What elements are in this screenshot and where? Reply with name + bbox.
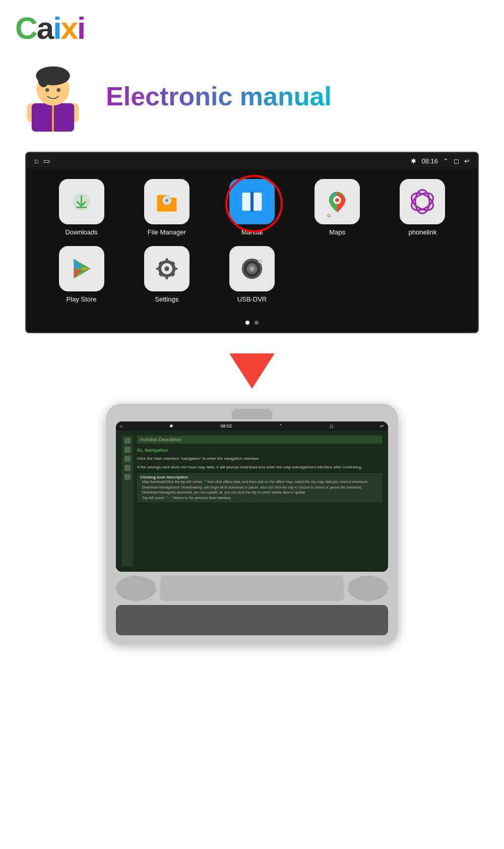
downloads-icon [59,179,104,224]
car-unit-bottom [111,576,393,639]
file-manager-label: File Manager [148,228,186,236]
page-dot-2 [255,321,259,325]
svg-point-50 [250,267,254,270]
file-manager-icon [144,179,190,224]
car-bullet-4: Top left corner, "←" Return to the previ… [140,496,379,501]
car-home-icon: ⌂ [120,423,122,429]
settings-icon [144,246,190,291]
app-usb-dvr[interactable]: USB-DVR [229,246,275,303]
logo-letter-a: a [37,11,53,45]
manual-label: Manual [241,228,263,236]
svg-point-9 [45,88,49,92]
svg-rect-13 [76,206,87,208]
logo-letter-x: x [61,11,77,45]
sidebar-item-1 [124,438,131,444]
play-store-icon [59,246,104,291]
brand-logo: Caixi [15,10,85,46]
car-status-bar: ⌂ ✱ 08:02 ⌃ ◻ ↩ [116,421,388,431]
car-back-icon: ↩ [380,423,384,429]
svg-point-36 [164,266,169,271]
svg-point-8 [43,68,62,80]
car-bullet-section: Clicking icon description Map download:C… [137,473,382,503]
clock-display: 08:16 [421,157,438,165]
svg-rect-23 [250,192,254,212]
app-maps[interactable]: G Maps [314,179,360,236]
logo-letter-i2: i [77,11,85,45]
car-bullet-3: Download Managerto download, you can upd… [140,490,379,496]
manual-header: Electronic manual [0,51,504,147]
car-screen-content: Function Description 01, Navigation Clic… [116,431,388,572]
back-icon: ↩ [464,157,470,165]
car-bottom-opening [116,605,388,635]
svg-point-26 [335,198,339,202]
svg-point-51 [258,259,262,263]
car-screen-title: Function Description [140,437,181,442]
app-settings[interactable]: Settings [144,246,190,303]
expand-icon: ⌃ [443,157,449,165]
car-nav-icon: ◻ [330,423,333,429]
car-bullet-2: Download Management: Downloading, can be… [140,485,379,491]
app-play-store[interactable]: Play Store [59,246,104,303]
car-vent-left [116,576,156,601]
app-file-manager[interactable]: File Manager [144,179,190,236]
usb-dvr-icon [229,246,275,291]
svg-rect-28 [407,186,438,217]
electronic-manual-heading: Electronic manual [106,82,332,111]
app-phonelink[interactable]: phonelink [400,179,445,236]
app-manual[interactable]: Manual [229,179,275,236]
manual-title-text: Electronic manual [106,81,332,111]
page-indicator [26,313,478,332]
home-icon: ⌂ [34,157,38,165]
sidebar-item-4 [124,465,131,471]
car-sidebar [122,436,133,567]
car-vent-area [111,576,393,601]
svg-rect-21 [242,193,251,211]
status-left-icons: ⌂ ▭ [34,157,50,165]
android-screen: ⌂ ▭ ✱ 08:16 ⌃ ◻ ↩ Downloads [25,152,479,333]
car-title-bar: Function Description [137,436,382,444]
car-vent-right [348,576,388,601]
svg-rect-20 [236,186,268,217]
car-main-content: Function Description 01, Navigation Clic… [137,436,382,567]
car-expand-icon: ⌃ [279,423,283,429]
app-downloads[interactable]: Downloads [59,179,104,236]
car-bullet-1: Map download:Click the top left corner, … [140,479,379,485]
svg-rect-40 [173,268,177,270]
android-status-bar: ⌂ ▭ ✱ 08:16 ⌃ ◻ ↩ [26,153,478,169]
bluetooth-icon: ✱ [411,157,416,165]
sidebar-item-2 [124,447,131,453]
reader-illustration [15,56,96,137]
car-section-title: 01, Navigation [137,448,382,453]
logo-letter-i: i [53,11,60,45]
car-paragraph-2: If the savings card does not have map da… [137,464,382,470]
usb-dvr-label: USB-DVR [237,295,267,303]
arrow-container [0,343,504,399]
play-store-label: Play Store [67,295,97,303]
car-unit-container: ⌂ ✱ 08:02 ⌃ ◻ ↩ Funct [0,399,504,659]
car-bt-icon: ✱ [169,423,173,429]
phonelink-label: phonelink [409,228,437,236]
svg-text:G: G [328,213,331,218]
status-right-info: ✱ 08:16 ⌃ ◻ ↩ [411,157,470,165]
maps-label: Maps [329,228,345,236]
sidebar-item-5 [124,474,131,480]
phonelink-icon [400,179,445,224]
car-screen-frame: ⌂ ✱ 08:02 ⌃ ◻ ↩ Funct [116,421,388,572]
downloads-label: Downloads [65,228,97,236]
down-arrow-icon [229,353,275,389]
svg-rect-37 [165,258,168,262]
page-dot-1 [245,321,249,325]
car-bullet-title: Clicking icon description [140,475,379,479]
manual-icon [229,179,275,224]
car-time: 08:02 [220,423,232,429]
logo-letter-c: C [15,11,37,45]
svg-rect-38 [165,275,168,279]
car-paragraph-1: Click the main interface "navigation" to… [137,456,382,461]
svg-rect-22 [253,193,262,211]
app-grid: Downloads File Manager [26,169,478,313]
logo-area: Caixi [0,0,504,51]
svg-point-10 [57,88,61,92]
car-unit-handle [232,409,272,419]
svg-rect-39 [156,268,160,270]
car-unit: ⌂ ✱ 08:02 ⌃ ◻ ↩ Funct [106,404,398,644]
